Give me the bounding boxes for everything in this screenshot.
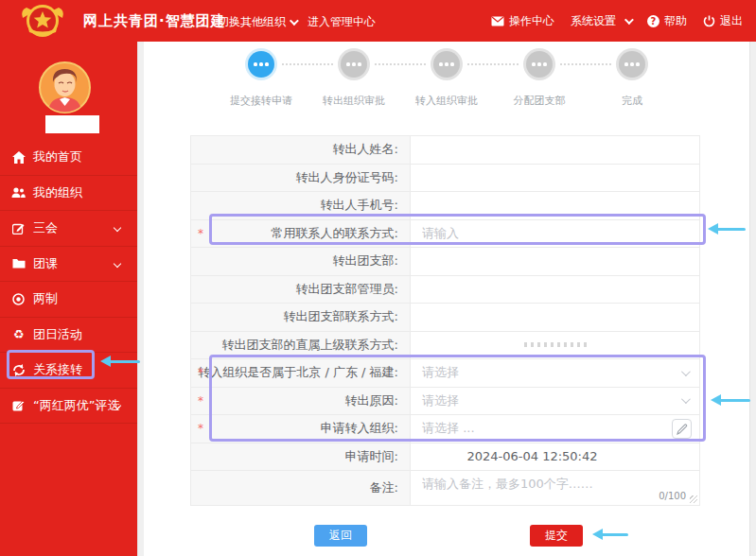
form-row-out-branch-admin: 转出团支部管理员:	[191, 276, 699, 304]
required-asterisk: *	[198, 227, 203, 240]
contact-method-input[interactable]	[422, 226, 690, 240]
edit-square-icon	[11, 398, 26, 412]
help-link[interactable]: ? 帮助	[647, 13, 687, 29]
league-emblem-icon	[19, 3, 66, 39]
form-row-phone: 转出人手机号:	[191, 192, 699, 220]
step-connector	[560, 63, 611, 65]
pencil-icon	[677, 424, 688, 435]
resize-handle-icon[interactable]	[690, 495, 697, 503]
chevron-down-icon	[114, 224, 121, 232]
sidebar: 我的首页 我的组织 三会 团课 两制 ♻ 团日活动 关系接转	[0, 42, 137, 556]
step-label-2: 转出组织审批	[302, 94, 406, 108]
phone-value	[411, 192, 699, 219]
chevron-down-icon	[114, 260, 121, 268]
sidebar-item-relation-transfer[interactable]: 关系接转	[0, 353, 137, 389]
sidebar-item-tuanke[interactable]: 团课	[0, 247, 137, 283]
form-row-out-branch-contact: 转出团支部联系方式:	[191, 304, 699, 332]
sidebar-scrollbar[interactable]	[137, 42, 144, 556]
edit-org-button[interactable]	[672, 419, 692, 439]
out-branch-admin-value	[411, 276, 699, 304]
target-icon	[11, 292, 26, 306]
required-asterisk: *	[198, 422, 203, 435]
step-circle-4	[526, 51, 553, 78]
sidebar-item-liangzhi[interactable]: 两制	[0, 282, 137, 318]
app-header: 网上共青团·智慧团建 切换其他组织 进入管理中心 操作中心 系统设置 ? 帮助 …	[0, 0, 756, 42]
form-row-contact-method: *常用联系人的联系方式:	[191, 220, 699, 249]
form-row-id-number: 转出人身份证号码:	[191, 165, 699, 193]
required-asterisk: *	[198, 366, 203, 379]
transfer-icon	[11, 363, 26, 377]
target-org-select[interactable]: 请选择 ...	[411, 415, 699, 443]
sidebar-item-organization[interactable]: 我的组织	[0, 176, 137, 212]
sidebar-item-tuanri-activity[interactable]: ♻ 团日活动	[0, 318, 137, 354]
app-title: 网上共青团·智慧团建	[83, 12, 226, 30]
transfer-form: 转出人姓名: 转出人身份证号码: 转出人手机号: *常用联系人的联系方式: 转出…	[190, 135, 700, 506]
mail-icon	[491, 16, 504, 26]
remark-textarea[interactable]	[422, 471, 690, 505]
form-row-out-branch: 转出团支部:	[191, 248, 699, 276]
step-label-5: 完成	[580, 94, 684, 108]
switch-org-link[interactable]: 切换其他组织	[218, 14, 296, 30]
step-connector	[467, 63, 519, 65]
form-row-apply-time: 申请时间: 2024-06-04 12:50:42	[191, 443, 699, 472]
step-circle-5	[619, 51, 645, 78]
sidebar-item-sanhui[interactable]: 三会	[0, 211, 137, 247]
transfer-name-value	[411, 136, 699, 164]
target-region-select[interactable]: 请选择	[411, 359, 699, 387]
edit-square-icon	[11, 221, 26, 235]
form-row-target-region: *转入组织是否属于北京 / 广东 / 福建: 请选择	[191, 359, 699, 388]
recycle-icon: ♻	[11, 327, 26, 341]
step-label-3: 转入组织审批	[395, 94, 499, 108]
form-row-transfer-reason: *转出原因: 请选择	[191, 388, 699, 416]
chevron-down-icon	[290, 16, 299, 26]
redacted-value	[524, 342, 587, 347]
form-row-superior-contact: 转出团支部的直属上级联系方式:	[191, 332, 699, 360]
main-content: 提交接转申请 转出组织审批 转入组织审批 分配团支部 完成 转出人姓名: 转出人…	[144, 42, 749, 556]
form-row-target-org: *申请转入组织: 请选择 ...	[191, 415, 699, 443]
avatar	[39, 61, 91, 113]
step-label-4: 分配团支部	[487, 94, 591, 108]
step-circle-3	[433, 51, 460, 78]
step-connector	[282, 63, 333, 65]
folder-icon	[11, 256, 26, 270]
chevron-down-icon	[624, 15, 634, 25]
system-settings-link[interactable]: 系统设置	[571, 13, 631, 29]
step-circle-1	[248, 51, 274, 78]
sidebar-item-home[interactable]: 我的首页	[0, 140, 137, 176]
required-asterisk: *	[198, 394, 203, 408]
back-button[interactable]: 返回	[314, 525, 367, 547]
submit-button[interactable]: 提交	[530, 525, 583, 547]
redacted-username	[45, 115, 99, 133]
form-row-remark: 备注: 0/100	[191, 471, 699, 505]
sidebar-item-lianghong-liangyou[interactable]: “两红两优”评选	[0, 389, 137, 425]
step-connector	[375, 63, 426, 65]
out-branch-value	[411, 248, 699, 275]
step-label-1: 提交接转申请	[209, 94, 313, 108]
power-icon	[703, 15, 715, 27]
home-icon	[11, 150, 26, 165]
transfer-reason-select[interactable]: 请选择	[411, 388, 699, 415]
form-row-transfer-name: 转出人姓名:	[191, 136, 699, 165]
help-icon: ?	[647, 15, 659, 27]
admin-center-link[interactable]: 进入管理中心	[308, 14, 376, 30]
logout-link[interactable]: 退出	[703, 13, 743, 29]
users-icon	[11, 185, 26, 200]
apply-time-value: 2024-06-04 12:50:42	[411, 443, 699, 471]
operation-center-link[interactable]: 操作中心	[491, 13, 554, 29]
chevron-down-icon	[681, 367, 691, 376]
char-counter: 0/100	[659, 491, 686, 501]
out-branch-contact-value	[411, 304, 699, 331]
transfer-stepper: 提交接转申请 转出组织审批 转入组织审批 分配团支部 完成	[144, 42, 749, 117]
id-number-value	[411, 165, 699, 192]
step-circle-2	[341, 51, 367, 78]
sidebar-menu: 我的首页 我的组织 三会 团课 两制 ♻ 团日活动 关系接转	[0, 140, 137, 424]
page-scrollbar[interactable]	[749, 42, 756, 556]
chevron-down-icon	[681, 394, 691, 404]
